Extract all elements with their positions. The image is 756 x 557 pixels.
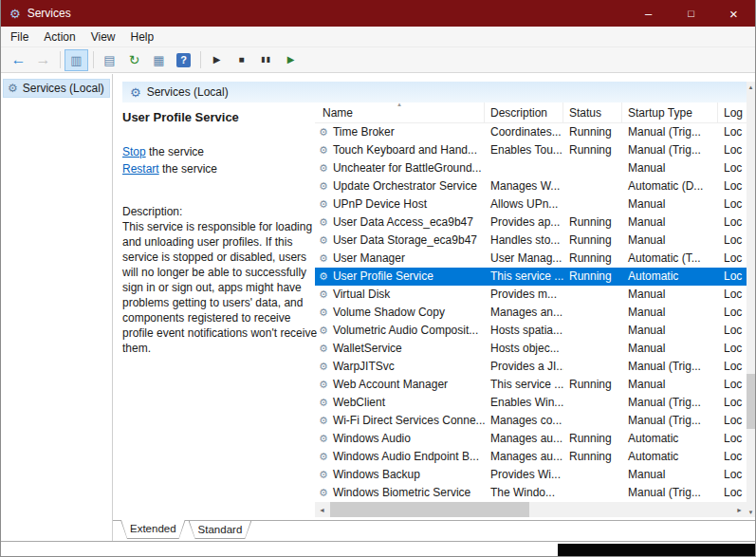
service-startup-type-cell: Manual (Trig... bbox=[622, 484, 718, 502]
menu-file[interactable]: File bbox=[3, 28, 36, 46]
stop-service-line: Stop the service bbox=[122, 143, 318, 160]
service-name: UPnP Device Host bbox=[333, 195, 427, 214]
horizontal-scroll-thumb[interactable] bbox=[330, 502, 529, 517]
menu-view[interactable]: View bbox=[83, 28, 123, 46]
forward-button[interactable]: → bbox=[31, 49, 55, 71]
service-name: User Data Storage_eca9b47 bbox=[333, 232, 477, 250]
refresh-button[interactable]: ↻ bbox=[122, 49, 146, 71]
vertical-scroll-thumb[interactable] bbox=[747, 374, 755, 429]
service-description-cell: Handles sto... bbox=[485, 232, 563, 250]
pause-service-button[interactable]: ▮▮ bbox=[254, 49, 278, 71]
stop-service-link[interactable]: Stop bbox=[122, 145, 146, 158]
service-logon-cell: Loc bbox=[718, 250, 747, 268]
column-header-status[interactable]: Status bbox=[563, 102, 622, 122]
restart-service-button[interactable]: ▶ bbox=[279, 49, 303, 71]
service-description-cell: Provides ap... bbox=[485, 214, 563, 232]
table-row[interactable]: ⚙User ManagerUser Manag...RunningAutomat… bbox=[315, 250, 747, 268]
scroll-up-button[interactable]: ▲ bbox=[747, 82, 755, 92]
service-startup-type-cell: Automatic bbox=[622, 448, 718, 466]
scroll-down-button[interactable]: ▼ bbox=[747, 507, 755, 517]
table-row[interactable]: ⚙User Data Access_eca9b47Provides ap...R… bbox=[315, 214, 747, 232]
caption-buttons: – □ × bbox=[627, 0, 755, 27]
service-description-cell: Enables Win... bbox=[485, 394, 563, 412]
back-button[interactable]: ← bbox=[7, 49, 30, 71]
tab-label: Extended bbox=[130, 520, 176, 538]
service-gear-icon: ⚙ bbox=[319, 181, 328, 192]
properties-button[interactable]: ▤ bbox=[98, 49, 121, 71]
table-row[interactable]: ⚙Virtual DiskProvides m...ManualLoc bbox=[315, 286, 747, 304]
table-row[interactable]: ⚙WarpJITSvcProvides a JI...Manual (Trig.… bbox=[315, 358, 747, 376]
table-row[interactable]: ⚙Volume Shadow CopyManages an...ManualLo… bbox=[315, 304, 747, 322]
tree-item-label: Services (Local) bbox=[23, 82, 104, 95]
service-description-cell: Hosts spatia... bbox=[485, 322, 563, 340]
service-gear-icon: ⚙ bbox=[319, 380, 328, 390]
table-row[interactable]: ⚙Windows BackupProvides Wi...ManualLoc bbox=[315, 466, 747, 484]
table-row[interactable]: ⚙Web Account ManagerThis service ...Runn… bbox=[315, 376, 747, 394]
menu-action[interactable]: Action bbox=[36, 28, 83, 46]
service-name: WebClient bbox=[333, 394, 385, 412]
column-header-startup-type[interactable]: Startup Type bbox=[622, 102, 718, 122]
service-name-cell: ⚙User Manager bbox=[315, 250, 485, 268]
service-gear-icon: ⚙ bbox=[319, 253, 328, 264]
service-gear-icon: ⚙ bbox=[319, 289, 328, 300]
service-name-cell: ⚙Windows Biometric Service bbox=[315, 484, 485, 502]
service-logon-cell: Loc bbox=[718, 177, 747, 195]
service-description-cell: Allows UPn... bbox=[485, 195, 563, 214]
table-row[interactable]: ⚙Time BrokerCoordinates...RunningManual … bbox=[315, 123, 747, 141]
toolbar-separator bbox=[60, 51, 61, 68]
service-logon-cell: Loc bbox=[718, 268, 747, 286]
stop-service-button[interactable]: ■ bbox=[230, 49, 253, 71]
services-icon: ⚙ bbox=[130, 86, 141, 99]
table-row[interactable]: ⚙Update Orchestrator ServiceManages W...… bbox=[315, 177, 747, 195]
service-logon-cell: Loc bbox=[718, 448, 747, 466]
table-row[interactable]: ⚙UPnP Device HostAllows UPn...ManualLoc bbox=[315, 195, 747, 214]
maximize-button[interactable]: □ bbox=[670, 0, 712, 27]
service-status-cell: Running bbox=[563, 250, 622, 268]
service-gear-icon: ⚙ bbox=[319, 398, 328, 408]
table-row[interactable]: ⚙WebClientEnables Win...Manual (Trig...L… bbox=[315, 394, 747, 412]
tab-extended[interactable]: Extended bbox=[120, 520, 186, 539]
result-pane: ⚙ Services (Local) User Profile Service … bbox=[113, 74, 755, 541]
table-row[interactable]: ⚙Wi-Fi Direct Services Conne...Manages c… bbox=[315, 412, 747, 430]
service-name: Touch Keyboard and Hand... bbox=[333, 141, 477, 159]
close-button[interactable]: × bbox=[712, 0, 755, 27]
service-description-cell: Enables Tou... bbox=[485, 141, 563, 159]
restart-service-link[interactable]: Restart bbox=[122, 162, 159, 176]
export-list-icon: ▦ bbox=[153, 54, 164, 66]
tab-standard[interactable]: Standard bbox=[189, 521, 252, 539]
show-hide-console-tree-button[interactable]: ▥ bbox=[65, 49, 88, 71]
table-row[interactable]: ⚙User Data Storage_eca9b47Handles sto...… bbox=[315, 232, 747, 250]
table-row[interactable]: ⚙Touch Keyboard and Hand...Enables Tou..… bbox=[315, 141, 747, 159]
table-row[interactable]: ⚙Windows AudioManages au...RunningAutoma… bbox=[315, 430, 747, 448]
table-row[interactable]: ⚙Uncheater for BattleGround...ManualLoc bbox=[315, 159, 747, 177]
table-header: Name▴DescriptionStatusStartup TypeLog bbox=[315, 102, 747, 123]
vertical-scrollbar[interactable]: ▲ ▼ bbox=[747, 82, 755, 517]
service-logon-cell: Loc bbox=[718, 430, 747, 448]
column-header-log[interactable]: Log bbox=[718, 102, 747, 122]
table-row[interactable]: ⚙Windows Biometric ServiceThe Windo...Ma… bbox=[315, 484, 747, 502]
service-name-cell: ⚙Windows Audio Endpoint B... bbox=[315, 448, 485, 466]
horizontal-scrollbar[interactable]: ◄ ► bbox=[315, 502, 747, 517]
table-row[interactable]: ⚙Volumetric Audio Composit...Hosts spati… bbox=[315, 322, 747, 340]
column-header-name[interactable]: Name▴ bbox=[315, 102, 485, 122]
service-gear-icon: ⚙ bbox=[319, 271, 328, 282]
scroll-left-button[interactable]: ◄ bbox=[315, 502, 329, 517]
help-button[interactable]: ? bbox=[172, 49, 195, 71]
column-header-description[interactable]: Description bbox=[485, 102, 563, 122]
service-name: WarpJITSvc bbox=[333, 358, 395, 376]
start-service-button[interactable]: ▶ bbox=[205, 49, 229, 71]
column-header-label: Description bbox=[490, 106, 547, 120]
export-list-button[interactable]: ▦ bbox=[147, 49, 171, 71]
service-status-cell bbox=[563, 484, 622, 502]
table-row[interactable]: ⚙User Profile ServiceThis service ...Run… bbox=[315, 268, 747, 286]
service-startup-type-cell: Automatic (D... bbox=[622, 177, 718, 195]
minimize-button[interactable]: – bbox=[627, 0, 670, 27]
table-row[interactable]: ⚙WalletServiceHosts objec...ManualLoc bbox=[315, 340, 747, 358]
service-description-cell: Provides a JI... bbox=[485, 358, 563, 376]
tree-item-services-local[interactable]: ⚙ Services (Local) bbox=[3, 79, 110, 98]
column-header-label: Status bbox=[569, 106, 601, 120]
title-bar: ⚙ Services – □ × bbox=[1, 0, 755, 27]
menu-help[interactable]: Help bbox=[123, 28, 162, 46]
table-row[interactable]: ⚙Windows Audio Endpoint B...Manages au..… bbox=[315, 448, 747, 466]
scroll-right-button[interactable]: ► bbox=[732, 502, 747, 517]
